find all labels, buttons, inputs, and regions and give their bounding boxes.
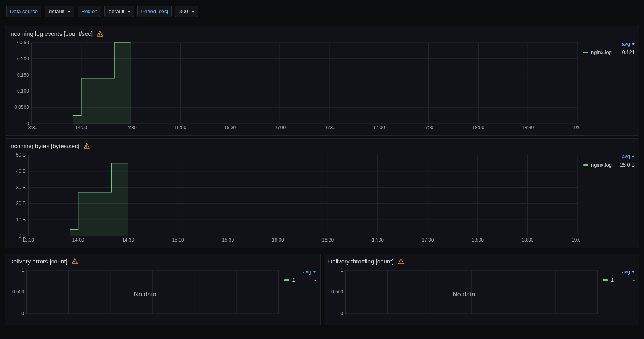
period-label: Period [sec] [137, 6, 172, 17]
panel-delivery-errors: Delivery errors [count] 00.5001 No data … [5, 254, 321, 325]
period-select[interactable]: 300 [175, 6, 198, 17]
chart-incoming-log-events[interactable]: 00.05000.1000.1500.2000.25013:3014:0014:… [9, 39, 580, 132]
no-data-label: No data [453, 291, 475, 298]
legend-series-name: nginx.log [591, 162, 617, 168]
svg-text:17:00: 17:00 [372, 237, 384, 243]
warning-icon[interactable] [97, 31, 103, 37]
svg-text:30 B: 30 B [16, 185, 26, 190]
svg-text:17:00: 17:00 [373, 125, 385, 130]
legend-aggregation-select[interactable]: avg [603, 269, 635, 275]
svg-text:0.0500: 0.0500 [14, 105, 29, 110]
panel-incoming-bytes: Incoming bytes [bytes/sec] 0 B10 B20 B30… [5, 138, 639, 248]
chart-delivery-throttling[interactable]: 00.5001 No data [328, 267, 600, 322]
svg-text:14:00: 14:00 [75, 125, 87, 130]
svg-text:15:00: 15:00 [172, 237, 184, 243]
legend-series-name: 1 [611, 277, 630, 283]
svg-point-1 [99, 35, 100, 36]
legend-aggregation-select[interactable]: avg [583, 153, 635, 159]
panel-title: Incoming bytes [bytes/sec] [9, 143, 80, 149]
svg-text:50 B: 50 B [16, 152, 26, 158]
toolbar: Data source default Region default Perio… [0, 0, 644, 23]
svg-point-40 [86, 147, 87, 148]
svg-text:0.500: 0.500 [331, 289, 343, 295]
legend-aggregation-select[interactable]: avg [284, 269, 316, 275]
svg-text:16:00: 16:00 [274, 125, 286, 130]
svg-text:13:30: 13:30 [22, 237, 34, 243]
svg-text:14:00: 14:00 [72, 237, 84, 243]
region-label: Region [78, 6, 101, 17]
legend: avg nginx.log 25.0 B [583, 152, 635, 244]
legend-value: - [314, 277, 316, 283]
panel-title: Incoming log events [count/sec] [9, 30, 93, 37]
panel-title: Delivery errors [count] [9, 258, 68, 265]
svg-text:0.250: 0.250 [17, 40, 29, 45]
panel-incoming-log-events: Incoming log events [count/sec] 00.05000… [5, 26, 639, 136]
svg-text:16:30: 16:30 [323, 125, 335, 130]
svg-text:15:30: 15:30 [224, 125, 236, 130]
legend: avg 1 - [284, 267, 316, 322]
svg-text:17:30: 17:30 [422, 237, 434, 243]
legend-swatch [583, 52, 588, 53]
warning-icon[interactable] [84, 143, 90, 149]
svg-text:19:00: 19:00 [572, 237, 580, 243]
legend-swatch [603, 279, 608, 281]
svg-text:13:30: 13:30 [25, 125, 37, 130]
legend-item[interactable]: nginx.log 25.0 B [583, 162, 635, 168]
svg-point-79 [74, 263, 75, 263]
svg-text:16:00: 16:00 [272, 237, 284, 243]
data-source-label: Data source [6, 6, 41, 17]
svg-text:18:30: 18:30 [522, 125, 534, 130]
svg-text:16:30: 16:30 [322, 237, 334, 243]
legend-series-name: 1 [292, 277, 311, 283]
legend-value: 25.0 B [620, 162, 635, 168]
warning-icon[interactable] [72, 258, 78, 265]
legend-item[interactable]: 1 - [284, 277, 316, 283]
legend-value: - [633, 277, 635, 283]
legend-swatch [583, 164, 588, 166]
svg-text:17:30: 17:30 [423, 125, 435, 130]
legend-swatch [284, 279, 289, 281]
data-source-select[interactable]: default [45, 6, 74, 17]
svg-text:18:00: 18:00 [472, 237, 484, 243]
legend-value: 0.121 [622, 49, 635, 55]
legend-item[interactable]: nginx.log 0.121 [583, 49, 635, 55]
svg-text:0.150: 0.150 [17, 72, 29, 78]
chart-incoming-bytes[interactable]: 0 B10 B20 B30 B40 B50 B13:3014:0014:3015… [9, 152, 580, 244]
svg-text:14:30: 14:30 [122, 237, 134, 243]
legend-series-name: nginx.log [591, 49, 619, 55]
chart-delivery-errors[interactable]: 00.5001 No data [9, 267, 281, 322]
svg-point-95 [401, 263, 401, 263]
legend: avg nginx.log 0.121 [583, 39, 635, 132]
svg-text:10 B: 10 B [16, 217, 26, 223]
panel-delivery-throttling: Delivery throttling [count] 00.5001 No d… [324, 254, 640, 325]
svg-text:15:30: 15:30 [222, 237, 234, 243]
legend-aggregation-select[interactable]: avg [583, 41, 635, 47]
svg-text:20 B: 20 B [16, 201, 26, 206]
svg-text:18:00: 18:00 [472, 125, 484, 130]
svg-text:18:30: 18:30 [521, 237, 533, 243]
svg-text:1: 1 [21, 267, 24, 273]
svg-text:15:00: 15:00 [174, 125, 186, 130]
legend-item[interactable]: 1 - [603, 277, 635, 283]
svg-text:40 B: 40 B [16, 169, 26, 174]
region-select[interactable]: default [104, 6, 134, 17]
svg-text:0.100: 0.100 [17, 88, 29, 94]
svg-text:0: 0 [340, 311, 343, 316]
no-data-label: No data [134, 291, 156, 298]
panel-title: Delivery throttling [count] [328, 258, 394, 265]
legend: avg 1 - [603, 267, 635, 322]
svg-text:1: 1 [340, 267, 343, 273]
svg-text:0: 0 [21, 311, 24, 316]
warning-icon[interactable] [398, 258, 404, 265]
svg-text:19:00: 19:00 [572, 125, 580, 130]
svg-text:0.500: 0.500 [12, 289, 24, 295]
svg-text:0.200: 0.200 [17, 56, 29, 62]
svg-text:14:30: 14:30 [125, 125, 137, 130]
